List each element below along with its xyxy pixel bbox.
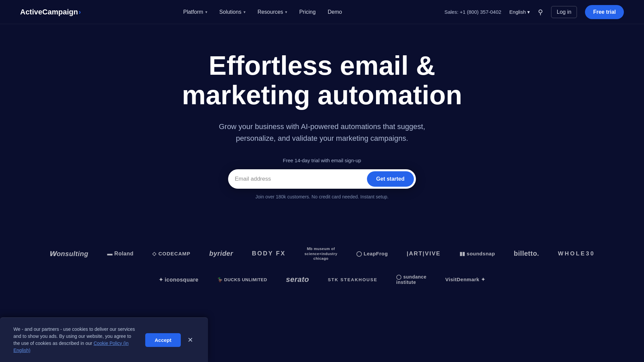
logo-arrow: › bbox=[78, 8, 81, 16]
nav-item-demo[interactable]: Demo bbox=[328, 9, 342, 15]
logo-leapfrog: ◯ LeapFrog bbox=[356, 251, 388, 257]
logos-row-1: 𝗪onsulting ▬ Roland ◇ CODECAMP byrider B… bbox=[49, 246, 595, 261]
login-button[interactable]: Log in bbox=[551, 6, 577, 18]
cookie-accept-button[interactable]: Accept bbox=[145, 333, 181, 347]
logo-ducks-unlimited: 🦆 DUCKS UNLIMITED bbox=[217, 277, 267, 282]
nav-solutions-label: Solutions bbox=[219, 9, 241, 15]
chevron-down-icon: ▾ bbox=[205, 10, 207, 14]
logo-billetto: billetto. bbox=[514, 250, 539, 257]
chevron-down-icon: ▾ bbox=[244, 10, 246, 14]
nav-item-solutions[interactable]: Solutions ▾ bbox=[219, 9, 246, 15]
logo-museum: Mb museum ofscience+industrychicago bbox=[305, 246, 337, 261]
hero-subtitle: Grow your business with AI-powered autom… bbox=[208, 121, 436, 144]
cookie-actions: Accept ✕ bbox=[145, 333, 195, 347]
language-label: English bbox=[509, 9, 526, 15]
nav-right-section: Sales: +1 (800) 357-0402 English ▾ ⚲ Log… bbox=[444, 5, 624, 19]
nav-platform-label: Platform bbox=[183, 9, 203, 15]
logo-byrider: byrider bbox=[209, 250, 233, 257]
logo-whole30: WHOLE30 bbox=[558, 250, 595, 257]
cookie-close-button[interactable]: ✕ bbox=[186, 335, 195, 345]
logo-text: ActiveCampaign bbox=[20, 8, 78, 16]
nav-pricing-label: Pricing bbox=[299, 9, 316, 15]
nav-item-pricing[interactable]: Pricing bbox=[299, 9, 316, 15]
trial-label: Free 14-day trial with email sign-up bbox=[283, 158, 361, 163]
logo-visitdenmark: VisitDenmark ✦ bbox=[445, 277, 486, 283]
signup-form: Get started bbox=[228, 169, 416, 189]
logos-section: 𝗪onsulting ▬ Roland ◇ CODECAMP byrider B… bbox=[0, 220, 644, 305]
logo[interactable]: ActiveCampaign › bbox=[20, 8, 81, 16]
logo-codecamp: ◇ CODECAMP bbox=[152, 251, 191, 257]
nav-center-menu: Platform ▾ Solutions ▾ Resources ▾ Prici… bbox=[183, 9, 342, 15]
hero-title: Effortless email & marketing automation bbox=[171, 51, 473, 110]
logo-serato: serato bbox=[286, 275, 309, 284]
cookie-banner: We - and our partners - use cookies to d… bbox=[0, 317, 208, 362]
free-trial-button[interactable]: Free trial bbox=[585, 5, 624, 19]
nav-item-resources[interactable]: Resources ▾ bbox=[258, 9, 287, 15]
logo-soundsnap: ▮▮ soundsnap bbox=[460, 251, 495, 257]
main-navigation: ActiveCampaign › Platform ▾ Solutions ▾ … bbox=[0, 0, 644, 24]
logo-roland: ▬ Roland bbox=[107, 251, 133, 257]
nav-resources-label: Resources bbox=[258, 9, 283, 15]
language-selector[interactable]: English ▾ bbox=[509, 9, 530, 15]
get-started-button[interactable]: Get started bbox=[367, 171, 414, 187]
logo-bodyfx: BODY FX bbox=[252, 250, 286, 257]
email-input[interactable] bbox=[235, 176, 367, 182]
search-icon[interactable]: ⚲ bbox=[538, 8, 543, 16]
logo-wonsulting: 𝗪onsulting bbox=[49, 250, 88, 258]
nav-demo-label: Demo bbox=[328, 9, 342, 15]
nav-item-platform[interactable]: Platform ▾ bbox=[183, 9, 207, 15]
chevron-down-icon: ▾ bbox=[527, 9, 530, 15]
logos-row-2: ✦ iconosquare 🦆 DUCKS UNLIMITED serato S… bbox=[159, 274, 486, 285]
sales-phone: Sales: +1 (800) 357-0402 bbox=[444, 9, 501, 15]
chevron-down-icon: ▾ bbox=[285, 10, 287, 14]
cookie-text-block: We - and our partners - use cookies to d… bbox=[13, 326, 137, 354]
logo-sundance: ◯ sundanceinstitute bbox=[396, 274, 426, 285]
hero-section: Effortless email & marketing automation … bbox=[0, 24, 644, 220]
logo-artivive: |ART|VIVE bbox=[407, 250, 440, 257]
hero-tagline: Join over 180k customers. No credit card… bbox=[256, 194, 389, 199]
logo-stk-steakhouse: STK STEAKHOUSE bbox=[328, 277, 377, 282]
logo-iconosquare: ✦ iconosquare bbox=[159, 277, 199, 283]
